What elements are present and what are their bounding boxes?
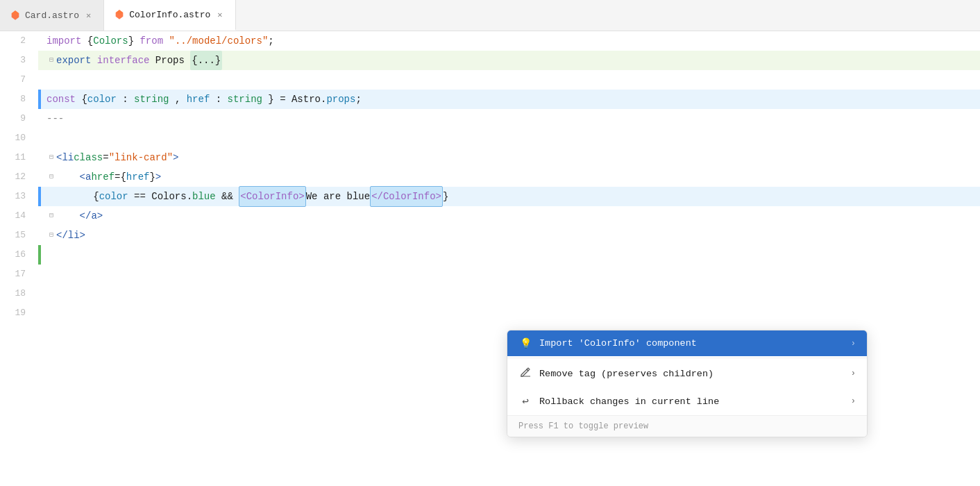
code-line-14: ⊟ </a> (38, 206, 980, 226)
gutter-3: 3 (0, 51, 31, 70)
indicator-17 (38, 265, 41, 284)
tab-card-label: Card.astro (25, 10, 79, 21)
code-lines: import {Colors} from "../model/colors"; … (38, 31, 980, 323)
gutter-8: 8 (0, 90, 31, 109)
menu-remove-arrow: › (851, 369, 856, 378)
code-line-15: ⊟ </li> (38, 226, 980, 245)
astro-icon-card (10, 10, 21, 21)
code-area[interactable]: import {Colors} from "../model/colors"; … (38, 31, 980, 486)
gutter-7: 7 (0, 70, 31, 90)
gutter-2: 2 (0, 31, 31, 51)
menu-footer: Press F1 to toggle preview (507, 415, 867, 437)
rollback-icon: ↩ (518, 394, 532, 408)
lightbulb-icon: 💡 (518, 337, 532, 349)
gutter-9: 9 (0, 109, 31, 128)
code-line-2: import {Colors} from "../model/colors"; (38, 31, 980, 51)
indicator-11 (38, 148, 41, 167)
tab-colorinfo-astro[interactable]: ColorInfo.astro ✕ (104, 0, 235, 31)
gutter-10: 10 (0, 128, 31, 148)
code-line-18 (38, 284, 980, 303)
fold-14[interactable]: ⊟ (47, 211, 56, 221)
indicator-7 (38, 70, 41, 90)
tab-card-close[interactable]: ✕ (83, 9, 94, 22)
gutter-13: 13 (0, 187, 31, 206)
code-line-12: ⊟ <a href={href}> (38, 167, 980, 187)
gutter-12: 12 (0, 167, 31, 187)
fold-3[interactable]: ⊟ (47, 56, 56, 65)
code-line-9: --- (38, 109, 980, 128)
indicator-12 (38, 167, 41, 187)
indicator-10 (38, 128, 41, 148)
gutter-17: 17 (0, 265, 31, 284)
menu-rollback-label: Rollback changes in current line (539, 396, 844, 407)
gutter-19: 19 (0, 303, 31, 323)
menu-remove-label: Remove tag (preserves children) (539, 369, 844, 379)
code-line-7 (38, 70, 980, 90)
code-line-8: const {color : string , href : string } … (38, 90, 980, 109)
fold-11[interactable]: ⊟ (47, 153, 56, 162)
menu-rollback-arrow: › (851, 396, 856, 406)
tab-colorinfo-close[interactable]: ✕ (214, 8, 225, 22)
menu-item-rollback[interactable]: ↩ Rollback changes in current line › (507, 387, 867, 415)
code-line-3: ⊟ export interface Props {...} (38, 51, 980, 70)
indicator-19 (38, 303, 41, 323)
menu-divider-1 (507, 358, 867, 358)
astro-icon-colorinfo (114, 9, 125, 20)
fold-15[interactable]: ⊟ (47, 231, 56, 240)
indicator-18 (38, 284, 41, 303)
code-line-11: ⊟ <li class="link-card"> (38, 148, 980, 167)
tab-bar: Card.astro ✕ ColorInfo.astro ✕ (0, 0, 980, 31)
indicator-14 (38, 206, 41, 226)
code-line-10 (38, 128, 980, 148)
code-line-17 (38, 265, 980, 284)
edit-icon (518, 367, 532, 380)
indicator-16 (38, 245, 41, 265)
menu-import-arrow: › (851, 339, 856, 349)
menu-item-remove-tag[interactable]: Remove tag (preserves children) › (507, 360, 867, 387)
tab-colorinfo-label: ColorInfo.astro (129, 10, 210, 20)
indicator-8 (38, 90, 41, 109)
indicator-15 (38, 226, 41, 245)
gutter-15: 15 (0, 226, 31, 245)
context-menu: 💡 Import 'ColorInfo' component › Remove … (507, 330, 868, 437)
indicator-13 (38, 187, 41, 206)
gutter-18: 18 (0, 284, 31, 303)
editor: 2 3 7 8 9 10 11 12 13 14 15 16 17 18 19 … (0, 31, 980, 486)
indicator-9 (38, 109, 41, 128)
indicator-3 (38, 51, 41, 70)
gutter-16: 16 (0, 245, 31, 265)
fold-12[interactable]: ⊟ (47, 172, 56, 182)
gutter-14: 14 (0, 206, 31, 226)
menu-item-import-colorinfo[interactable]: 💡 Import 'ColorInfo' component › (507, 330, 867, 356)
gutter-11: 11 (0, 148, 31, 167)
code-line-19 (38, 303, 980, 323)
line-numbers: 2 3 7 8 9 10 11 12 13 14 15 16 17 18 19 (0, 31, 38, 486)
tab-card-astro[interactable]: Card.astro ✕ (0, 0, 104, 31)
code-line-13: {color == Colors.blue && <ColorInfo> We … (38, 187, 980, 206)
code-line-16 (38, 245, 980, 265)
indicator-2 (38, 31, 41, 51)
menu-import-label: Import 'ColorInfo' component (539, 338, 844, 349)
